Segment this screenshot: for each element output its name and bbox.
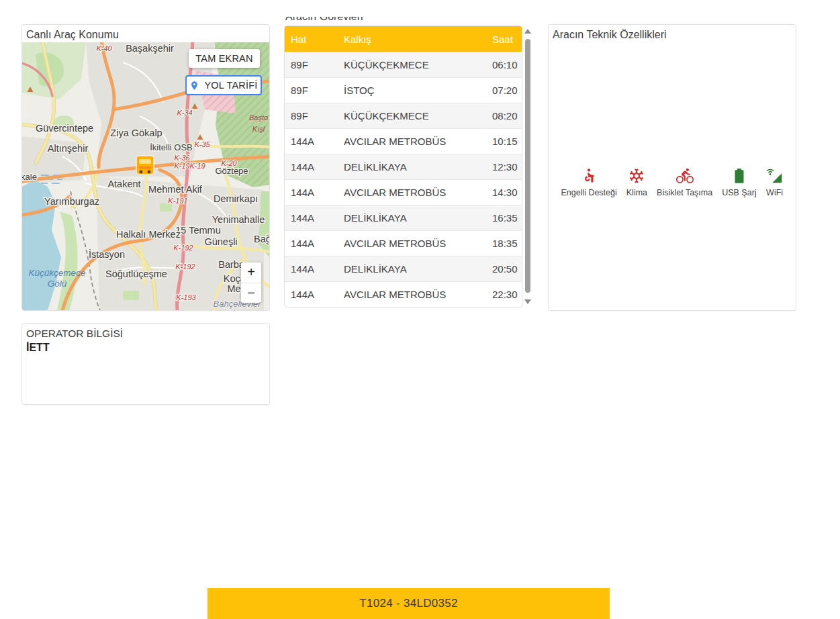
feature-label: Bisiklet Taşıma: [657, 188, 712, 197]
task-line: 89F: [285, 78, 338, 103]
task-time: 06:10: [486, 52, 522, 78]
bicycle-icon: [676, 167, 694, 185]
vehicle-plate-label: T1024 - 34LD0352: [359, 597, 458, 610]
map-label: K-34: [177, 109, 192, 117]
feature-battery: USB Şarj: [722, 167, 756, 197]
scrollbar-up-arrow[interactable]: [524, 29, 531, 34]
task-row: 89FKÜÇÜKÇEKMECE06:10: [285, 52, 522, 78]
map-label: K-36: [174, 154, 190, 162]
wheelchair-icon: [580, 167, 598, 185]
task-departure: AVCILAR METROBÜS: [338, 231, 486, 256]
task-row: 144AAVCILAR METROBÜS14:30: [285, 180, 522, 205]
task-time: 22:30: [486, 282, 522, 307]
task-line: 89F: [285, 52, 338, 78]
scrollbar[interactable]: [523, 26, 532, 307]
task-line: 144A: [285, 154, 338, 180]
map-label: Mehmet Akif: [148, 184, 203, 195]
task-departure: AVCILAR METROBÜS: [338, 180, 486, 205]
task-departure: İSTOÇ: [338, 78, 486, 103]
task-departure: KÜÇÜKÇEKMECE: [338, 103, 486, 129]
map-label: K-19: [174, 162, 189, 170]
scrollbar-thumb[interactable]: [525, 39, 530, 293]
map-label: K-40: [96, 44, 112, 52]
column-header-departure: Kalkış: [338, 26, 486, 52]
zoom-in-button[interactable]: +: [241, 263, 261, 283]
task-row: 89FKÜÇÜKÇEKMECE08:20: [285, 103, 522, 129]
map-label: K-35: [194, 140, 210, 148]
task-row: 144ADELİKLİKAYA20:50: [285, 256, 522, 282]
map-label: Halkalı Merkez: [116, 229, 181, 240]
map-label: Küçükçemece: [29, 268, 86, 278]
map-label: Göztepe: [215, 166, 248, 176]
technical-features-title: Aracın Teknik Özellikleri: [549, 25, 796, 43]
map-label: Altınşehir: [48, 143, 89, 154]
location-pin-icon: [189, 81, 199, 91]
task-time: 16:35: [486, 205, 522, 231]
feature-label: Klima: [626, 188, 647, 197]
scrollbar-down-arrow[interactable]: [524, 299, 531, 304]
map-label: K-192: [173, 244, 193, 252]
task-departure: DELİKLİKAYA: [338, 154, 486, 180]
task-time: 07:20: [486, 78, 522, 103]
task-row: 144AAVCILAR METROBÜS18:35: [285, 231, 522, 256]
map-label: Güvercintepe: [36, 123, 93, 134]
task-departure: DELİKLİKAYA: [338, 256, 486, 282]
task-line: 144A: [285, 205, 338, 231]
task-row: 144ADELİKLİKAYA16:35: [285, 205, 522, 231]
feature-label: Engelli Desteği: [561, 188, 616, 197]
map-label: Atakent: [107, 179, 140, 189]
operator-info-title: OPERATOR BİLGİSİ: [22, 324, 269, 340]
task-line: 144A: [285, 256, 338, 282]
task-row: 144AAVCILAR METROBÜS10:15: [285, 129, 522, 154]
map-label: Söğutlüçeşme: [105, 269, 167, 279]
bus-marker-icon[interactable]: [136, 156, 154, 175]
task-departure: KÜÇÜKÇEKMECE: [338, 52, 486, 78]
task-time: 18:35: [486, 231, 522, 256]
column-header-line: Hat: [285, 26, 338, 52]
live-location-title: Canlı Araç Konumu: [22, 25, 269, 43]
task-line: 89F: [285, 103, 338, 129]
fullscreen-button-label: TAM EKRAN: [195, 53, 252, 64]
task-line: 144A: [285, 282, 338, 307]
live-location-panel: Canlı Araç Konumu: [21, 24, 270, 311]
tasks-scroll-viewport[interactable]: Aracın Görevleri Hat Kalkış Saat 89FKÜÇÜ…: [284, 17, 533, 307]
map-label: Başto: [249, 113, 268, 122]
map-label: Demirkapı: [214, 193, 258, 204]
map-label: Güneşli: [204, 236, 237, 247]
tasks-table: Hat Kalkış Saat 89FKÜÇÜKÇEKMECE06:1089Fİ…: [285, 26, 522, 307]
tasks-header-row: Hat Kalkış Saat: [285, 26, 522, 52]
wifi-icon: [766, 167, 784, 185]
tasks-table-body: 89FKÜÇÜKÇEKMECE06:1089FİSTOÇ07:2089FKÜÇÜ…: [285, 52, 522, 307]
tasks-title: Aracın Görevleri: [285, 17, 533, 23]
directions-button[interactable]: YOL TARİFİ: [185, 75, 262, 95]
features-row: Engelli DesteğiKlimaBisiklet TaşımaUSB Ş…: [549, 167, 796, 197]
map-label: İkitelli OSB: [150, 142, 193, 152]
map-label: Başakşehir: [126, 43, 174, 54]
map-label: 15 Temmu: [175, 225, 220, 236]
zoom-out-button[interactable]: −: [241, 283, 261, 303]
task-row: 89FİSTOÇ07:20: [285, 78, 522, 103]
task-time: 12:30: [486, 154, 522, 180]
column-header-time: Saat: [486, 26, 522, 52]
task-line: 144A: [285, 231, 338, 256]
map[interactable]: BaşakşehirK-40GüvercintepeZiya GökalpAlt…: [22, 42, 269, 310]
feature-wheelchair: Engelli Desteği: [561, 167, 616, 197]
map-label: Gölü: [48, 279, 67, 289]
operator-name: İETT: [22, 340, 269, 354]
map-label: K-192: [175, 263, 195, 271]
technical-features-panel: Aracın Teknik Özellikleri Engelli Desteğ…: [548, 24, 796, 311]
task-departure: DELİKLİKAYA: [338, 205, 486, 231]
map-label: Yarımburgaz: [44, 196, 99, 207]
map-label: kale: [22, 172, 37, 182]
task-time: 20:50: [486, 256, 522, 282]
map-label: İstasyon: [89, 248, 125, 260]
map-label: K-19: [189, 162, 205, 170]
map-label: K-193: [176, 293, 196, 301]
feature-snowflake: Klima: [626, 167, 647, 197]
map-label: Yenimahalle: [212, 214, 265, 225]
map-zoom-control: + −: [241, 263, 261, 303]
snowflake-icon: [628, 167, 645, 185]
fullscreen-button[interactable]: TAM EKRAN: [189, 49, 260, 68]
task-time: 10:15: [486, 129, 522, 154]
task-line: 144A: [285, 180, 338, 205]
